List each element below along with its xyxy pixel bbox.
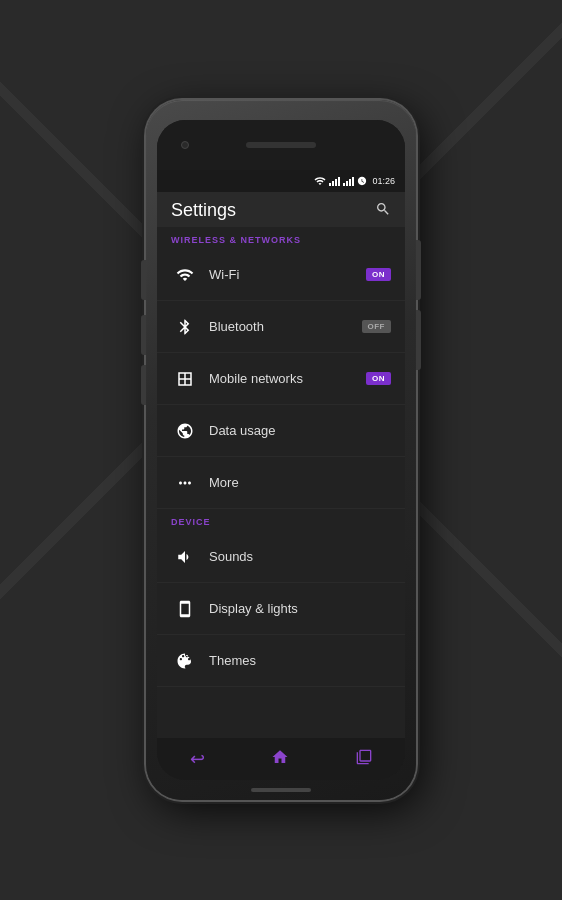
back-button[interactable]: ↩ xyxy=(184,742,211,776)
section-header-wireless: WIRELESS & NETWORKS xyxy=(157,227,405,249)
sounds-label: Sounds xyxy=(209,549,391,564)
display-label: Display & lights xyxy=(209,601,391,616)
signal2-icon xyxy=(343,176,354,186)
wifi-label: Wi-Fi xyxy=(209,267,366,282)
bluetooth-icon xyxy=(171,318,199,336)
settings-item-bluetooth[interactable]: Bluetooth OFF xyxy=(157,301,405,353)
settings-item-display[interactable]: Display & lights xyxy=(157,583,405,635)
screen-content: Settings WIRELESS & NETWORKS Wi-Fi ON xyxy=(157,192,405,738)
display-icon xyxy=(171,600,199,618)
settings-item-more[interactable]: More xyxy=(157,457,405,509)
page-title: Settings xyxy=(171,200,236,221)
settings-item-data-usage[interactable]: Data usage xyxy=(157,405,405,457)
wifi-toggle[interactable]: ON xyxy=(366,268,391,281)
signal-icon xyxy=(329,176,340,186)
phone-bottom xyxy=(146,780,416,800)
search-icon xyxy=(375,201,391,217)
phone-screen: 01:26 Settings WIRELESS & NETWORKS xyxy=(157,120,405,780)
mobile-networks-icon xyxy=(171,370,199,388)
clock-icon xyxy=(357,176,367,186)
navigation-bar: ↩ xyxy=(157,738,405,780)
mobile-networks-label: Mobile networks xyxy=(209,371,366,386)
wifi-icon xyxy=(171,266,199,284)
front-camera xyxy=(181,141,189,149)
settings-header: Settings xyxy=(157,192,405,227)
recents-button[interactable] xyxy=(350,743,378,775)
more-label: More xyxy=(209,475,391,490)
status-bar: 01:26 xyxy=(157,170,405,192)
settings-item-wifi[interactable]: Wi-Fi ON xyxy=(157,249,405,301)
status-time: 01:26 xyxy=(372,176,395,186)
phone-frame: 01:26 Settings WIRELESS & NETWORKS xyxy=(146,100,416,800)
bluetooth-label: Bluetooth xyxy=(209,319,362,334)
home-indicator xyxy=(251,788,311,792)
section-header-device: DEVICE xyxy=(157,509,405,531)
globe-icon xyxy=(171,422,199,440)
search-button[interactable] xyxy=(375,201,391,220)
wifi-status-icon xyxy=(314,175,326,187)
more-dots-icon xyxy=(171,474,199,492)
themes-icon xyxy=(171,652,199,670)
themes-label: Themes xyxy=(209,653,391,668)
home-icon xyxy=(271,748,289,766)
settings-item-sounds[interactable]: Sounds xyxy=(157,531,405,583)
phone-top xyxy=(157,120,405,170)
bluetooth-toggle[interactable]: OFF xyxy=(362,320,392,333)
settings-item-mobile-networks[interactable]: Mobile networks ON xyxy=(157,353,405,405)
mobile-networks-toggle[interactable]: ON xyxy=(366,372,391,385)
speaker-grille xyxy=(246,142,316,148)
settings-item-themes[interactable]: Themes xyxy=(157,635,405,687)
data-usage-label: Data usage xyxy=(209,423,391,438)
recents-icon xyxy=(356,749,372,765)
speaker-icon xyxy=(171,548,199,566)
home-button[interactable] xyxy=(265,742,295,776)
